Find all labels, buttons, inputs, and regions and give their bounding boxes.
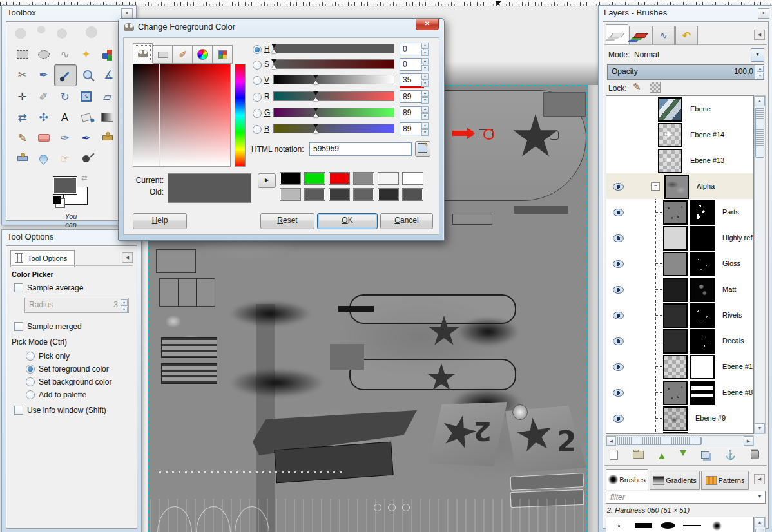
selector-tab-gimp[interactable]: [133, 43, 153, 63]
layer-mask-thumbnail[interactable]: [690, 278, 715, 302]
saturation-value-square[interactable]: [133, 64, 231, 167]
visibility-eye-icon[interactable]: [613, 234, 624, 242]
s-value[interactable]: 0: [400, 58, 424, 71]
tab-patterns[interactable]: Patterns: [701, 471, 749, 490]
brush-vscrollbar[interactable]: ▲: [754, 517, 766, 532]
b-slider[interactable]: [273, 124, 394, 133]
brush-filter-input[interactable]: filter ▼: [606, 491, 766, 504]
r-slider[interactable]: [273, 91, 394, 101]
brush-cell-4[interactable]: [704, 518, 729, 532]
g-slider[interactable]: [273, 108, 394, 117]
brush-cell-1[interactable]: [631, 518, 655, 532]
foreground-color-swatch[interactable]: [53, 176, 77, 195]
selector-tab-watercolor[interactable]: ✐: [173, 45, 193, 64]
tool-ink[interactable]: ✒: [75, 128, 97, 148]
tool-perspective-clone[interactable]: [12, 148, 33, 169]
h-spinner[interactable]: ▲▼: [421, 43, 429, 56]
layer-row-partial[interactable]: [606, 431, 753, 434]
set-foreground-radio[interactable]: [26, 365, 35, 374]
history-swatch-6[interactable]: [280, 188, 301, 201]
radius-slider[interactable]: Radius 3 ▲▼: [24, 298, 129, 313]
html-notation-input[interactable]: 595959: [309, 142, 412, 156]
layer-mask-thumbnail[interactable]: [690, 200, 715, 225]
set-background-radio[interactable]: [26, 377, 35, 386]
history-swatch-9[interactable]: [353, 188, 374, 201]
use-info-window-checkbox[interactable]: [14, 406, 23, 415]
tab-tool-options[interactable]: Tool Options: [10, 250, 75, 267]
layer-mask-thumbnail[interactable]: [690, 329, 715, 354]
layer-row-Matt[interactable]: Matt: [606, 276, 753, 302]
history-swatch-7[interactable]: [304, 188, 325, 201]
lock-pixels-icon[interactable]: ✎: [633, 81, 641, 93]
tool-blur[interactable]: [33, 148, 54, 169]
g-radio[interactable]: [253, 109, 262, 118]
tool-move[interactable]: ✛: [12, 86, 33, 107]
tool-paintbrush[interactable]: ✎: [12, 128, 33, 148]
layer-thumbnail[interactable]: [663, 252, 688, 276]
tool-paths[interactable]: ✒: [33, 64, 54, 85]
history-swatch-8[interactable]: [329, 188, 350, 201]
sample-merged-checkbox[interactable]: [14, 322, 23, 331]
swap-colors-icon[interactable]: ⇄: [81, 174, 87, 182]
layer-row-Decals[interactable]: Decals: [606, 328, 753, 354]
mode-dropdown-button[interactable]: ▼: [751, 48, 764, 62]
radius-spinner[interactable]: ▲▼: [121, 299, 128, 313]
layer-thumbnail[interactable]: [663, 278, 688, 302]
tool-dodge-burn[interactable]: [75, 148, 97, 169]
v-value[interactable]: 35: [400, 73, 424, 86]
lock-alpha-icon[interactable]: [650, 82, 661, 93]
tab-layers[interactable]: [606, 24, 628, 46]
tool-fuzzy-select[interactable]: ✦: [75, 44, 97, 64]
v-slider[interactable]: [273, 75, 394, 84]
tool-color-picker[interactable]: [54, 64, 77, 86]
history-swatch-1[interactable]: [304, 172, 325, 185]
tool-smudge[interactable]: ☞: [54, 148, 75, 169]
visibility-eye-icon[interactable]: [613, 209, 624, 216]
layers-panel-close-icon[interactable]: ×: [758, 8, 769, 19]
layer-row-Ebene #14[interactable]: Ebene #14: [606, 122, 753, 147]
tool-ellipse-select[interactable]: [33, 44, 54, 64]
g-value[interactable]: 89: [400, 106, 424, 119]
filter-dropdown-icon[interactable]: ▼: [757, 493, 762, 499]
v-radio[interactable]: [253, 76, 262, 85]
r-radio[interactable]: [253, 93, 262, 102]
history-expand-button[interactable]: ▶: [258, 173, 276, 188]
visibility-eye-icon[interactable]: [613, 389, 624, 397]
history-swatch-5[interactable]: [402, 172, 423, 185]
layer-row-Ebene[interactable]: Ebene: [606, 96, 753, 122]
tool-scissors-select[interactable]: ✂: [12, 64, 33, 85]
history-swatch-4[interactable]: [378, 172, 399, 185]
layer-thumbnail[interactable]: [658, 97, 682, 122]
layer-row-Highly reflective[interactable]: Highly reflective: [606, 225, 753, 251]
new-group-button[interactable]: [633, 451, 644, 459]
tool-rectangle-select[interactable]: [12, 44, 33, 64]
tool-text[interactable]: A: [54, 107, 75, 128]
tool-scale[interactable]: ↘: [75, 86, 97, 107]
layer-mask-thumbnail[interactable]: [690, 303, 715, 328]
h-value[interactable]: 0: [400, 43, 424, 55]
brush-grid[interactable]: ++++: [606, 517, 754, 532]
panel-collapse-button[interactable]: ◀: [122, 252, 133, 263]
h-radio[interactable]: [253, 45, 262, 54]
layer-row-Ebene #13[interactable]: Ebene #13: [606, 147, 753, 173]
b-value[interactable]: 89: [400, 122, 424, 135]
tool-gradient[interactable]: [97, 107, 118, 128]
opacity-slider[interactable]: Opacity 100,0 ▲▼: [607, 64, 764, 80]
layer-row-Gloss[interactable]: Gloss: [606, 251, 753, 276]
default-colors-icon[interactable]: [53, 196, 61, 204]
b-spinner[interactable]: ▲▼: [421, 122, 429, 136]
layer-mask-thumbnail[interactable]: [690, 252, 715, 276]
dialog-close-button[interactable]: ✕: [416, 19, 439, 30]
brush-cell-2[interactable]: [655, 518, 680, 532]
layer-thumbnail[interactable]: [664, 175, 689, 199]
tab-gradients[interactable]: Gradients: [650, 471, 700, 490]
layer-thumbnail[interactable]: [663, 432, 688, 434]
visibility-eye-icon[interactable]: [613, 260, 624, 268]
toolbox-close-icon[interactable]: ×: [121, 8, 133, 19]
visibility-eye-icon[interactable]: [613, 286, 624, 294]
new-layer-button[interactable]: [610, 450, 618, 460]
history-swatch-0[interactable]: [280, 172, 301, 185]
color-picker-button[interactable]: ✎: [415, 141, 430, 157]
layers-collapse-button[interactable]: ◀: [754, 30, 765, 40]
tool-crop[interactable]: ✐: [33, 86, 54, 107]
